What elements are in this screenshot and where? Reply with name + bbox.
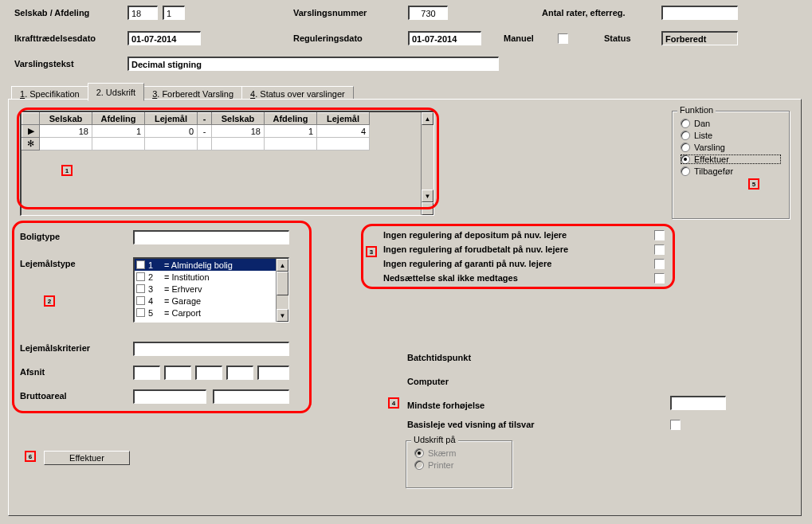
label-reguleringsdato: Reguleringsdato (293, 33, 363, 43)
label-varslingstekst: Varslingstekst (14, 59, 74, 68)
funktion-title: Funktion (677, 105, 716, 115)
outline-2 (12, 221, 312, 413)
label-manuel: Manuel (504, 33, 534, 43)
chk-basisleje[interactable] (670, 420, 681, 430)
marker-5: 5 (748, 178, 759, 190)
varslingstekst-input[interactable] (127, 57, 499, 71)
tab-udskrift[interactable]: 2. Udskrift (88, 83, 145, 101)
outline-1 (17, 108, 439, 209)
marker-3: 3 (366, 246, 377, 257)
radio-dan[interactable]: Dan (681, 119, 781, 128)
marker-1: 1 (61, 165, 73, 176)
radio-skaerm: Skærm (414, 448, 504, 458)
marker-2: 2 (44, 295, 55, 307)
radio-effektuer[interactable]: Effektuer (681, 154, 781, 164)
funktion-group: Funktion Dan Liste Varsling Effektuer Ti… (672, 111, 790, 219)
outline-3 (361, 224, 675, 289)
effektuer-button[interactable]: Effektuer (44, 451, 130, 465)
label-ikraft: Ikrafttrædelsesdato (14, 33, 96, 43)
marker-4: 4 (388, 397, 399, 409)
mindste-input[interactable] (670, 396, 726, 410)
radio-varsling[interactable]: Varsling (681, 143, 781, 152)
manuel-checkbox[interactable] (558, 33, 568, 44)
afdeling-input[interactable] (163, 6, 185, 20)
label-mindste: Mindste forhøjelse (407, 401, 484, 410)
antal-rater-input[interactable] (661, 6, 738, 20)
radio-tilbagefor[interactable]: Tilbagefør (681, 166, 781, 176)
label-antal-rater: Antal rater, efterreg. (542, 8, 626, 18)
label-basisleje: Basisleje ved visning af tilsvar (407, 420, 535, 429)
ikraft-input[interactable] (127, 31, 201, 45)
selskab-input[interactable] (127, 6, 158, 20)
label-status: Status (604, 33, 631, 43)
radio-printer: Printer (414, 460, 504, 470)
marker-6: 6 (25, 451, 36, 462)
udskrift-title: Udskrift på (411, 435, 458, 444)
reguleringsdato-input[interactable] (408, 31, 481, 45)
status-display (661, 31, 738, 45)
udskrift-group: Udskrift på Skærm Printer (406, 440, 512, 488)
label-varslingsnummer: Varslingsnummer (293, 8, 367, 18)
label-computer: Computer (407, 377, 449, 386)
tab-panel: Selskab Afdeling Lejemål - Selskab Afdel… (8, 99, 802, 516)
varslingsnummer-input[interactable] (408, 6, 448, 20)
label-batch: Batchtidspunkt (407, 353, 471, 362)
radio-liste[interactable]: Liste (681, 131, 781, 140)
label-selskab-afdeling: Selskab / Afdeling (14, 8, 89, 18)
